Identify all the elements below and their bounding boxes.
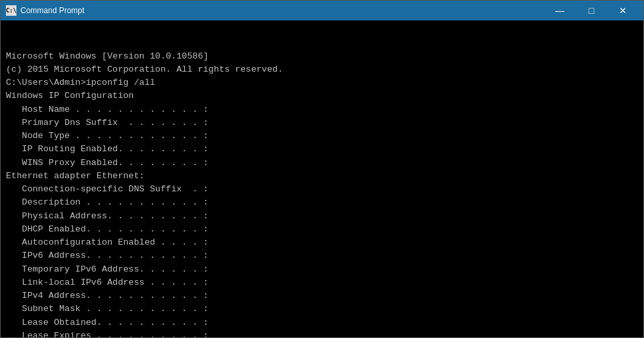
console-line: Subnet Mask . . . . . . . . . . . : bbox=[6, 302, 638, 316]
maximize-button[interactable]: □ bbox=[576, 1, 607, 20]
minimize-button[interactable]: — bbox=[545, 1, 575, 20]
console-line: Physical Address. . . . . . . . . : bbox=[6, 210, 638, 223]
title-bar: C:\ Command Prompt — □ ✕ bbox=[1, 1, 643, 20]
command-prompt-window: C:\ Command Prompt — □ ✕ Microsoft Windo… bbox=[0, 0, 644, 338]
console-line: IPv6 Address. . . . . . . . . . . : bbox=[6, 249, 638, 262]
console-line: IPv4 Address. . . . . . . . . . . : bbox=[6, 289, 638, 302]
close-button[interactable]: ✕ bbox=[608, 1, 638, 20]
console-line: Ethernet adapter Ethernet: bbox=[6, 170, 638, 183]
console-line: DHCP Enabled. . . . . . . . . . . : bbox=[6, 223, 638, 236]
window-controls: — □ ✕ bbox=[545, 1, 638, 20]
console-line: Link-local IPv6 Address . . . . . : bbox=[6, 276, 638, 289]
console-line: WINS Proxy Enabled. . . . . . . . : bbox=[6, 157, 638, 170]
console-line: Microsoft Windows [Version 10.0.10586] bbox=[6, 50, 638, 63]
window-icon: C:\ bbox=[6, 5, 16, 16]
console-line: Host Name . . . . . . . . . . . . : bbox=[6, 103, 638, 116]
console-line: Temporary IPv6 Address. . . . . . : bbox=[6, 263, 638, 276]
console-line: Primary Dns Suffix . . . . . . . : bbox=[6, 116, 638, 130]
console-line: Node Type . . . . . . . . . . . . : bbox=[6, 130, 638, 143]
console-output[interactable]: Microsoft Windows [Version 10.0.10586](c… bbox=[1, 20, 643, 337]
console-line: (c) 2015 Microsoft Corporation. All righ… bbox=[6, 63, 638, 76]
console-line: C:\Users\Admin>ipconfig /all bbox=[6, 76, 638, 89]
window-title: Command Prompt bbox=[20, 6, 545, 15]
console-line: Windows IP Configuration bbox=[6, 89, 638, 103]
console-line: Connection-specific DNS Suffix . : bbox=[6, 183, 638, 196]
console-line: Description . . . . . . . . . . . : bbox=[6, 196, 638, 209]
console-line: Lease Expires . . . . . . . . . . : bbox=[6, 329, 638, 337]
console-line: Lease Obtained. . . . . . . . . . : bbox=[6, 316, 638, 329]
console-line: IP Routing Enabled. . . . . . . . : bbox=[6, 143, 638, 156]
console-line: Autoconfiguration Enabled . . . . : bbox=[6, 236, 638, 249]
